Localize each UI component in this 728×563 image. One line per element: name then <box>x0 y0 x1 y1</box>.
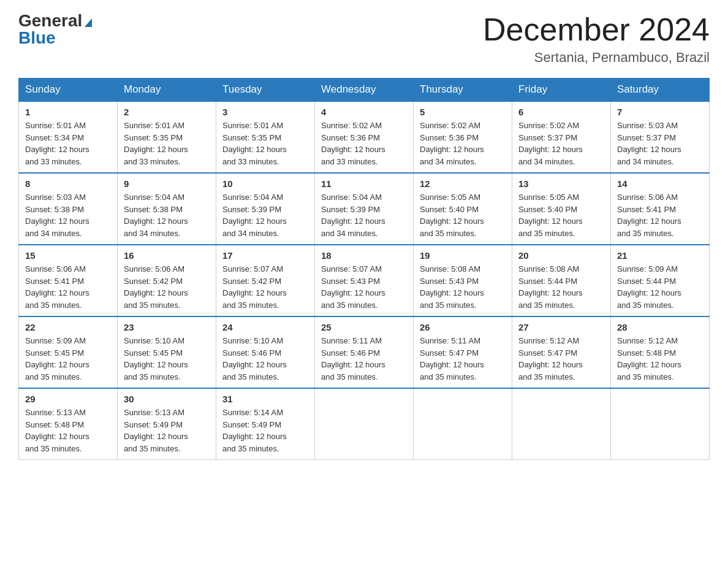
day-info: Sunrise: 5:05 AMSunset: 5:40 PMDaylight:… <box>518 193 583 238</box>
day-info: Sunrise: 5:03 AMSunset: 5:37 PMDaylight:… <box>617 121 681 166</box>
day-number: 15 <box>25 250 111 261</box>
day-info: Sunrise: 5:08 AMSunset: 5:43 PMDaylight:… <box>420 264 484 310</box>
calendar-cell: 1 Sunrise: 5:01 AMSunset: 5:34 PMDayligh… <box>19 101 118 173</box>
calendar-cell: 11 Sunrise: 5:04 AMSunset: 5:39 PMDaylig… <box>315 173 414 245</box>
week-row-4: 22 Sunrise: 5:09 AMSunset: 5:45 PMDaylig… <box>19 316 710 388</box>
day-info: Sunrise: 5:01 AMSunset: 5:34 PMDaylight:… <box>25 121 89 166</box>
header-tuesday: Tuesday <box>216 79 315 102</box>
day-info: Sunrise: 5:06 AMSunset: 5:41 PMDaylight:… <box>25 264 89 310</box>
day-number: 24 <box>222 322 308 332</box>
day-number: 31 <box>222 394 308 404</box>
header-thursday: Thursday <box>414 79 512 102</box>
day-info: Sunrise: 5:02 AMSunset: 5:36 PMDaylight:… <box>321 121 385 166</box>
calendar-cell: 21 Sunrise: 5:09 AMSunset: 5:44 PMDaylig… <box>611 245 710 316</box>
day-info: Sunrise: 5:10 AMSunset: 5:46 PMDaylight:… <box>222 336 287 381</box>
day-number: 20 <box>518 250 604 261</box>
logo-blue-text: Blue <box>18 29 56 47</box>
calendar-cell: 27 Sunrise: 5:12 AMSunset: 5:47 PMDaylig… <box>512 316 611 388</box>
day-info: Sunrise: 5:05 AMSunset: 5:40 PMDaylight:… <box>420 193 484 238</box>
day-number: 30 <box>124 394 210 404</box>
calendar-cell: 16 Sunrise: 5:06 AMSunset: 5:42 PMDaylig… <box>118 245 216 316</box>
day-info: Sunrise: 5:10 AMSunset: 5:45 PMDaylight:… <box>124 336 188 381</box>
day-info: Sunrise: 5:12 AMSunset: 5:47 PMDaylight:… <box>518 336 583 381</box>
calendar-cell: 15 Sunrise: 5:06 AMSunset: 5:41 PMDaylig… <box>19 245 118 316</box>
calendar-cell: 2 Sunrise: 5:01 AMSunset: 5:35 PMDayligh… <box>118 101 216 173</box>
calendar-cell: 22 Sunrise: 5:09 AMSunset: 5:45 PMDaylig… <box>19 316 118 388</box>
month-title: December 2024 <box>483 12 710 47</box>
week-row-3: 15 Sunrise: 5:06 AMSunset: 5:41 PMDaylig… <box>19 245 710 316</box>
day-info: Sunrise: 5:11 AMSunset: 5:47 PMDaylight:… <box>420 336 484 381</box>
day-number: 2 <box>124 107 210 117</box>
calendar-cell <box>611 388 710 460</box>
calendar-cell <box>414 388 512 460</box>
day-info: Sunrise: 5:06 AMSunset: 5:41 PMDaylight:… <box>617 193 681 238</box>
day-info: Sunrise: 5:11 AMSunset: 5:46 PMDaylight:… <box>321 336 385 381</box>
day-number: 9 <box>124 178 210 189</box>
location-title: Sertania, Pernambuco, Brazil <box>483 50 710 66</box>
logo-triangle-icon <box>85 18 92 27</box>
day-info: Sunrise: 5:08 AMSunset: 5:44 PMDaylight:… <box>518 264 583 310</box>
day-info: Sunrise: 5:12 AMSunset: 5:48 PMDaylight:… <box>617 336 681 381</box>
calendar-cell: 26 Sunrise: 5:11 AMSunset: 5:47 PMDaylig… <box>414 316 512 388</box>
day-info: Sunrise: 5:04 AMSunset: 5:39 PMDaylight:… <box>222 193 287 238</box>
calendar-cell: 13 Sunrise: 5:05 AMSunset: 5:40 PMDaylig… <box>512 173 611 245</box>
day-number: 3 <box>222 107 308 117</box>
calendar-cell: 8 Sunrise: 5:03 AMSunset: 5:38 PMDayligh… <box>19 173 118 245</box>
day-info: Sunrise: 5:02 AMSunset: 5:36 PMDaylight:… <box>420 121 484 166</box>
day-info: Sunrise: 5:07 AMSunset: 5:43 PMDaylight:… <box>321 264 385 310</box>
header-monday: Monday <box>118 79 216 102</box>
week-row-1: 1 Sunrise: 5:01 AMSunset: 5:34 PMDayligh… <box>19 101 710 173</box>
day-info: Sunrise: 5:14 AMSunset: 5:49 PMDaylight:… <box>222 408 287 453</box>
day-number: 6 <box>518 107 604 117</box>
day-info: Sunrise: 5:13 AMSunset: 5:49 PMDaylight:… <box>124 408 188 453</box>
day-number: 18 <box>321 250 407 261</box>
day-number: 8 <box>25 178 111 189</box>
header-wednesday: Wednesday <box>315 79 414 102</box>
day-info: Sunrise: 5:07 AMSunset: 5:42 PMDaylight:… <box>222 264 287 310</box>
day-info: Sunrise: 5:09 AMSunset: 5:44 PMDaylight:… <box>617 264 681 310</box>
day-info: Sunrise: 5:04 AMSunset: 5:39 PMDaylight:… <box>321 193 385 238</box>
day-number: 17 <box>222 250 308 261</box>
day-info: Sunrise: 5:06 AMSunset: 5:42 PMDaylight:… <box>124 264 188 310</box>
logo-general-line: General <box>18 12 92 29</box>
calendar-cell: 4 Sunrise: 5:02 AMSunset: 5:36 PMDayligh… <box>315 101 414 173</box>
calendar-cell: 25 Sunrise: 5:11 AMSunset: 5:46 PMDaylig… <box>315 316 414 388</box>
day-number: 21 <box>617 250 703 261</box>
day-info: Sunrise: 5:13 AMSunset: 5:48 PMDaylight:… <box>25 408 89 453</box>
calendar-cell: 29 Sunrise: 5:13 AMSunset: 5:48 PMDaylig… <box>19 388 118 460</box>
calendar-cell: 3 Sunrise: 5:01 AMSunset: 5:35 PMDayligh… <box>216 101 315 173</box>
calendar-cell: 7 Sunrise: 5:03 AMSunset: 5:37 PMDayligh… <box>611 101 710 173</box>
day-number: 16 <box>124 250 210 261</box>
week-row-2: 8 Sunrise: 5:03 AMSunset: 5:38 PMDayligh… <box>19 173 710 245</box>
day-number: 22 <box>25 322 111 332</box>
header-saturday: Saturday <box>611 79 710 102</box>
calendar-table: SundayMondayTuesdayWednesdayThursdayFrid… <box>18 78 710 460</box>
day-number: 23 <box>124 322 210 332</box>
calendar-cell <box>512 388 611 460</box>
day-info: Sunrise: 5:09 AMSunset: 5:45 PMDaylight:… <box>25 336 89 381</box>
calendar-cell: 30 Sunrise: 5:13 AMSunset: 5:49 PMDaylig… <box>118 388 216 460</box>
calendar-cell: 14 Sunrise: 5:06 AMSunset: 5:41 PMDaylig… <box>611 173 710 245</box>
calendar-cell: 5 Sunrise: 5:02 AMSunset: 5:36 PMDayligh… <box>414 101 512 173</box>
day-number: 27 <box>518 322 604 332</box>
day-number: 5 <box>420 107 506 117</box>
calendar-cell: 9 Sunrise: 5:04 AMSunset: 5:38 PMDayligh… <box>118 173 216 245</box>
day-number: 11 <box>321 178 407 189</box>
day-info: Sunrise: 5:01 AMSunset: 5:35 PMDaylight:… <box>222 121 287 166</box>
calendar-cell: 20 Sunrise: 5:08 AMSunset: 5:44 PMDaylig… <box>512 245 611 316</box>
day-info: Sunrise: 5:03 AMSunset: 5:38 PMDaylight:… <box>25 193 89 238</box>
calendar-cell: 18 Sunrise: 5:07 AMSunset: 5:43 PMDaylig… <box>315 245 414 316</box>
day-number: 4 <box>321 107 407 117</box>
calendar-cell: 31 Sunrise: 5:14 AMSunset: 5:49 PMDaylig… <box>216 388 315 460</box>
page-header: General Blue December 2024 Sertania, Per… <box>18 12 710 66</box>
calendar-cell <box>315 388 414 460</box>
day-info: Sunrise: 5:04 AMSunset: 5:38 PMDaylight:… <box>124 193 188 238</box>
day-number: 19 <box>420 250 506 261</box>
day-number: 29 <box>25 394 111 404</box>
week-row-5: 29 Sunrise: 5:13 AMSunset: 5:48 PMDaylig… <box>19 388 710 460</box>
calendar-cell: 19 Sunrise: 5:08 AMSunset: 5:43 PMDaylig… <box>414 245 512 316</box>
calendar-cell: 23 Sunrise: 5:10 AMSunset: 5:45 PMDaylig… <box>118 316 216 388</box>
day-number: 28 <box>617 322 703 332</box>
day-info: Sunrise: 5:01 AMSunset: 5:35 PMDaylight:… <box>124 121 188 166</box>
calendar-cell: 28 Sunrise: 5:12 AMSunset: 5:48 PMDaylig… <box>611 316 710 388</box>
